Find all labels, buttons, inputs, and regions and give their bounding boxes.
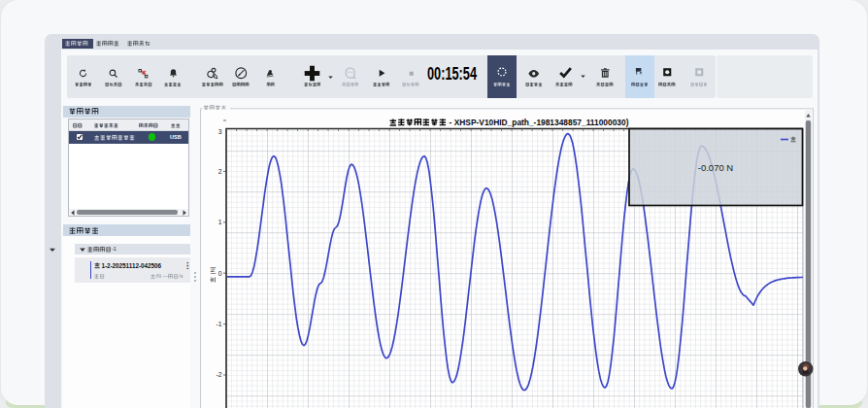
svg-text:3: 3 (218, 128, 222, 135)
svg-text:0: 0 (218, 270, 222, 277)
svg-text:2: 2 (218, 168, 222, 175)
svg-text:-0.070 N: -0.070 N (698, 162, 734, 173)
svg-text:- XHSP-V10HID_path_-1981348857: - XHSP-V10HID_path_-1981348857_111000030… (450, 118, 629, 127)
svg-text:-2: -2 (216, 371, 221, 378)
svg-text:[N]: [N] (210, 266, 216, 274)
svg-text:1: 1 (218, 219, 222, 225)
svg-text:-1: -1 (216, 321, 221, 327)
